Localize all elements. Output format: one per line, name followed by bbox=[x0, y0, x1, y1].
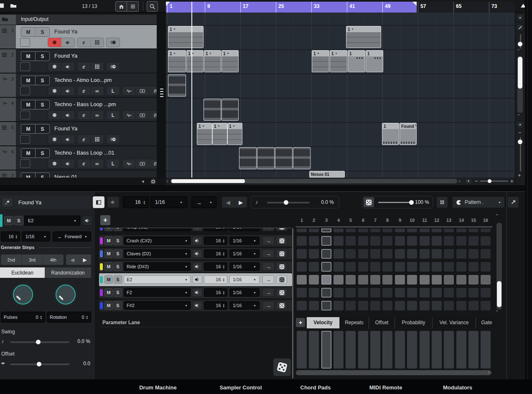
scroll-left-icon[interactable]: ‹ bbox=[298, 370, 299, 374]
inserts-button[interactable] bbox=[135, 159, 149, 168]
step-cell[interactable] bbox=[321, 249, 331, 259]
step-cell[interactable] bbox=[420, 301, 430, 310]
tab-chord-pads[interactable]: Chord Pads bbox=[300, 382, 331, 394]
step-cell[interactable] bbox=[444, 275, 454, 285]
add-param-lane-button[interactable]: + bbox=[296, 318, 305, 327]
rotation-field[interactable]: Rotation 0 ▲▼ bbox=[47, 312, 91, 323]
clip-midi[interactable]: 1 bbox=[366, 50, 383, 72]
drum-lane-row[interactable]: MSF2▼16▲▼1/16▼→ bbox=[99, 287, 292, 298]
stepper-icon[interactable]: ▲▼ bbox=[143, 201, 145, 204]
lane-mute-button[interactable]: M bbox=[104, 288, 113, 297]
tracklist-expand-icon[interactable]: ▼ bbox=[141, 180, 145, 184]
step-cell[interactable] bbox=[420, 275, 430, 285]
swing-slider-thumb[interactable] bbox=[284, 200, 288, 205]
lane-name-select[interactable]: E2▼ bbox=[124, 275, 191, 284]
lane-monitor-button[interactable] bbox=[192, 288, 202, 297]
zoom-out-icon[interactable]: − bbox=[518, 130, 522, 136]
step-cell[interactable] bbox=[407, 301, 417, 310]
step-cell[interactable] bbox=[481, 249, 491, 259]
monitor-button[interactable] bbox=[61, 86, 74, 95]
step-cell[interactable] bbox=[420, 249, 430, 259]
solo-button[interactable]: S bbox=[35, 125, 49, 133]
step-cell[interactable] bbox=[420, 236, 430, 246]
step-cell[interactable] bbox=[407, 236, 417, 246]
step-cell[interactable] bbox=[382, 262, 392, 272]
param-tab-gate[interactable]: Gate bbox=[476, 317, 497, 328]
track-row[interactable]: 5MSFound Yae bbox=[0, 122, 157, 146]
solo-button[interactable]: S bbox=[35, 76, 49, 85]
zoom-preset-button[interactable]: ▼ bbox=[465, 178, 472, 184]
channel-link-icon[interactable]: ∞ bbox=[90, 159, 104, 168]
solo-button[interactable]: S bbox=[35, 149, 49, 158]
mute-button[interactable]: M bbox=[21, 173, 35, 178]
step-cell[interactable] bbox=[297, 301, 307, 310]
clip-pattern[interactable]: 1▼ bbox=[312, 50, 329, 72]
lane-randomize-button[interactable] bbox=[276, 288, 287, 297]
record-arm-button[interactable] bbox=[48, 86, 61, 95]
drum-lane-row[interactable]: MSRide (D#2)▼16▲▼1/16▼→ bbox=[99, 261, 292, 272]
lane-name-select[interactable]: Ride (D#2)▼ bbox=[124, 262, 191, 271]
clip-pattern[interactable]: 1▼ bbox=[186, 50, 204, 72]
step-cell[interactable] bbox=[370, 275, 380, 285]
velocity-bar[interactable] bbox=[309, 331, 319, 369]
lane-select[interactable]: E2▼ bbox=[24, 216, 80, 226]
step-cell[interactable] bbox=[444, 288, 454, 297]
pattern-editor-button[interactable] bbox=[90, 38, 104, 47]
ruler-options-button[interactable]: ▼ bbox=[517, 14, 524, 21]
lane-monitor-button[interactable] bbox=[192, 236, 202, 245]
edit-channel-button[interactable]: e bbox=[77, 38, 90, 47]
stepper-icon[interactable]: ▲▼ bbox=[223, 239, 225, 243]
param-tab-offset[interactable]: Offset bbox=[369, 317, 395, 328]
inserts-button[interactable] bbox=[135, 86, 149, 95]
step-cell[interactable] bbox=[321, 229, 331, 232]
track-enable-checkbox[interactable] bbox=[20, 135, 30, 144]
edit-channel-button[interactable]: e bbox=[77, 62, 90, 71]
step-cell[interactable] bbox=[370, 236, 380, 246]
edit-channel-button[interactable]: e bbox=[77, 135, 90, 144]
clip-pattern[interactable]: 1▼ bbox=[227, 123, 242, 145]
step-cell[interactable] bbox=[309, 249, 319, 259]
step-cell[interactable] bbox=[468, 301, 479, 310]
clip-pattern[interactable]: 1▼ bbox=[221, 50, 239, 72]
prev-pattern-icon[interactable]: ◀ bbox=[222, 199, 234, 206]
project-overview-button[interactable] bbox=[115, 1, 127, 12]
tab-modulators[interactable]: Modulators bbox=[443, 382, 472, 394]
tab-euclidean[interactable]: Euclidean bbox=[0, 267, 45, 278]
step-cell[interactable] bbox=[468, 275, 479, 285]
step-cell[interactable] bbox=[481, 229, 491, 232]
mute-button[interactable]: M bbox=[21, 76, 35, 85]
grid-scroll-down-icon[interactable]: ˇ bbox=[496, 310, 498, 316]
edit-channel-button[interactable]: e bbox=[77, 159, 90, 168]
step-cell[interactable] bbox=[346, 301, 356, 310]
lane-name-select[interactable]: Claves (D2)▼ bbox=[124, 249, 191, 258]
lane-solo-button[interactable]: S bbox=[114, 228, 122, 231]
step-cell[interactable] bbox=[481, 301, 491, 310]
swing-slider-thumb[interactable] bbox=[36, 340, 41, 344]
record-arm-button[interactable] bbox=[48, 159, 61, 168]
lane-name-select[interactable]: Snap (C2)▼ bbox=[124, 228, 191, 231]
velocity-bar[interactable] bbox=[333, 331, 344, 369]
step-cell[interactable] bbox=[395, 275, 405, 285]
velocity-bar[interactable] bbox=[420, 331, 430, 369]
lane-solo-button[interactable]: S bbox=[114, 236, 122, 245]
event-display[interactable]: 1▼1▼1▼1▼1▼1▼1▼1▼111▼1▼1▼1Found YaNexus 0… bbox=[166, 13, 515, 178]
step-cell[interactable] bbox=[321, 275, 331, 285]
step-cell[interactable] bbox=[370, 249, 380, 259]
nth-2nd-button[interactable]: 2nd bbox=[1, 254, 21, 265]
randomize-lane-button[interactable] bbox=[273, 358, 291, 376]
lane-name-select[interactable]: F#2▼ bbox=[124, 301, 191, 310]
scroll-down-icon[interactable]: ˇ bbox=[518, 114, 519, 119]
grid-select[interactable]: 1/16▼ bbox=[22, 231, 50, 241]
track-enable-checkbox[interactable] bbox=[20, 62, 30, 71]
step-cell[interactable] bbox=[370, 229, 380, 232]
step-cell[interactable] bbox=[333, 229, 344, 232]
lane-grid-select[interactable]: 1/16▼ bbox=[229, 262, 260, 271]
step-cell[interactable] bbox=[382, 301, 392, 310]
pin-button[interactable] bbox=[2, 197, 13, 207]
step-cell[interactable] bbox=[395, 236, 405, 246]
lane-solo-button[interactable]: S bbox=[114, 249, 122, 258]
lane-direction-button[interactable]: → bbox=[262, 262, 274, 271]
tab-sampler-control[interactable]: Sampler Control bbox=[219, 382, 262, 394]
shift-left-icon[interactable]: ◀ bbox=[66, 254, 79, 265]
step-cell[interactable] bbox=[346, 288, 356, 297]
